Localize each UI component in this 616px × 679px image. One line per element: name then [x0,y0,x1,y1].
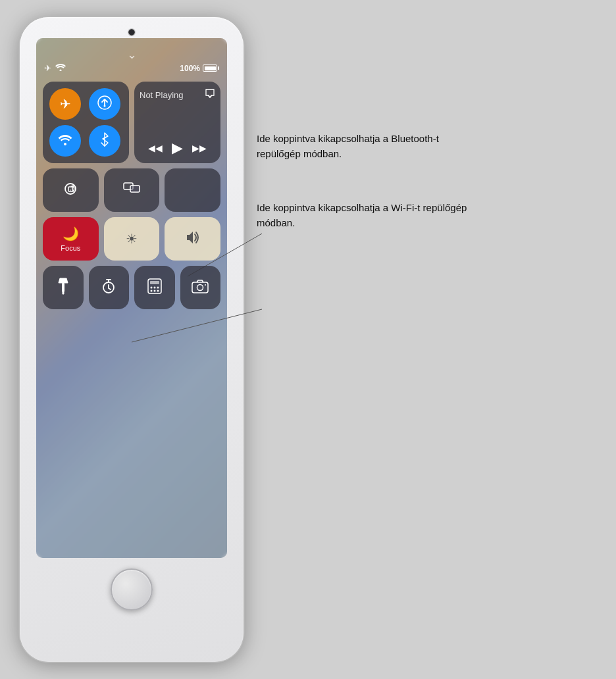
wifi-status-icon [55,63,66,73]
brightness-icon: ☀ [126,231,138,247]
airplane-icon: ✈ [60,96,71,112]
airplane-mode-icon: ✈ [44,63,51,73]
screen-mirror-icon [123,182,140,199]
next-track-button[interactable]: ▶▶ [192,143,207,153]
screen: ⌄ ✈ 100% [36,38,227,558]
svg-point-16 [153,286,155,288]
wifi-toggle-button[interactable] [49,125,81,157]
svg-rect-11 [62,283,64,292]
rotation-lock-button[interactable] [43,168,99,212]
media-top: Not Playing [140,88,215,101]
volume-button[interactable] [165,217,220,261]
media-block: Not Playing ◀◀ ▶ ▶▶ [134,82,220,163]
svg-point-20 [157,289,159,291]
status-right: 100% [180,64,219,73]
screen-mirror-button[interactable] [104,168,160,212]
svg-point-15 [150,286,152,288]
svg-rect-10 [130,186,140,192]
calculator-icon [147,278,162,297]
airdrop-button[interactable] [89,88,120,120]
device-top [20,17,244,36]
top-row: ✈ [43,82,220,163]
moon-icon: 🌙 [63,226,79,241]
svg-point-17 [157,286,159,288]
status-bar: ✈ 100% [44,63,219,73]
battery-percent: 100% [180,64,200,73]
connectivity-block: ✈ [43,82,129,163]
svg-point-4 [103,105,105,107]
camera-button[interactable] [180,266,221,309]
focus-button[interactable]: 🌙 Focus [43,217,99,261]
svg-point-2 [60,70,62,72]
wifi-toggle-icon [58,134,72,149]
timer-button[interactable] [89,266,130,309]
focus-label: Focus [61,244,80,252]
status-left: ✈ [44,63,66,73]
flashlight-button[interactable] [43,266,84,309]
wifi-annotation-text: Ide koppintva kikapcsolhatja a Wi-Fi-t r… [257,201,467,230]
device: ⌄ ✈ 100% [20,17,244,662]
airplane-mode-button[interactable]: ✈ [49,88,81,120]
svg-point-5 [64,143,66,145]
svg-rect-14 [150,281,159,284]
flashlight-icon [57,278,69,298]
media-controls: ◀◀ ▶ ▶▶ [140,139,215,157]
bluetooth-annotation-text: Ide koppintva kikapcsolhatja a Bluetooth… [257,132,467,161]
svg-point-19 [153,289,155,291]
second-row [43,168,220,212]
play-pause-button[interactable]: ▶ [172,139,183,157]
camera-icon [192,279,209,297]
annotation-bluetooth: Ide koppintva kikapcsolhatja a Bluetooth… [257,132,599,161]
empty-tile-1 [165,168,220,212]
svg-rect-21 [192,282,208,293]
scene: ⌄ ✈ 100% [0,0,616,679]
brightness-button[interactable]: ☀ [104,217,160,261]
battery-icon [203,64,219,72]
annotation-wifi: Ide koppintva kikapcsolhatja a Wi-Fi-t r… [257,201,599,230]
front-camera [128,29,135,36]
bluetooth-icon [100,132,109,150]
airplay-icon[interactable] [205,88,215,101]
home-button[interactable] [111,568,153,611]
not-playing-label: Not Playing [140,90,183,100]
svg-point-23 [205,284,206,286]
svg-point-22 [197,284,203,290]
annotations: Ide koppintva kikapcsolhatja a Bluetooth… [257,132,599,230]
airdrop-icon [97,95,112,113]
volume-icon [184,230,201,248]
timer-icon [101,278,116,297]
bottom-row [43,266,220,309]
bluetooth-button[interactable] [89,125,120,157]
control-center-grid: ✈ [43,82,220,309]
previous-track-button[interactable]: ◀◀ [148,143,163,153]
third-row: 🌙 Focus ☀ [43,217,220,261]
calculator-button[interactable] [134,266,175,309]
rotation-lock-icon [63,181,78,200]
svg-point-18 [150,289,152,291]
chevron-down-icon[interactable]: ⌄ [127,47,137,62]
svg-rect-7 [68,187,72,191]
svg-point-8 [70,189,72,191]
